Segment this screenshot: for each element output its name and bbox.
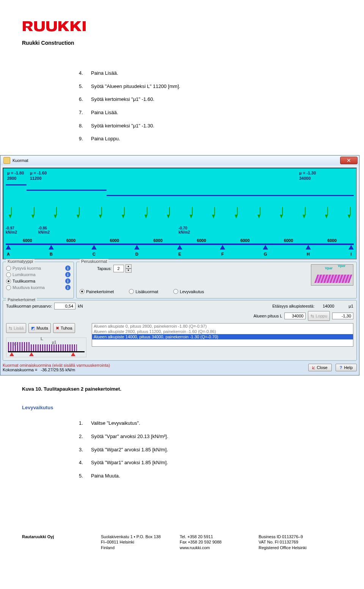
fieldset-painekertoimet: Painekertoimet Tuulikuorman perusarvo: 0… [3,300,357,361]
radio-muuttuva[interactable]: Muuttuva kuormai [6,285,71,290]
mu-value: 11200 [30,176,63,181]
close-button[interactable]: ✕ [340,157,358,164]
tuuli-unit: kN [78,304,83,308]
footer-line: Registered Office Helsinki [259,545,337,551]
support-letter: B [49,252,54,256]
tuhoa-button[interactable]: ✖Tuhoa [53,323,75,333]
region-listbox[interactable]: Alueen alkupiste 0, pituus 2800, paineke… [92,323,353,347]
fieldset-peruskuormat: Peruskuormat Tapaus: 2 ▲▼ Vpar [76,262,357,298]
step-num: 6. [79,95,91,104]
button-label: Tuhoa [61,326,72,330]
step-num: 1. [79,419,91,428]
step-num: 8. [79,121,91,131]
warning-text: Kuormat ominaiskuormina (eivät sisällä v… [3,363,110,368]
list-item[interactable]: Alueen alkupiste 0, pituus 2800, paineke… [92,324,353,329]
step-text: Paina Muuta. [91,471,120,481]
steps-block-1: 4.Paina Lisää. 5.Syötä "Alueen pituudeks… [79,69,337,144]
radio-label: Lisäkuormat [135,289,158,294]
info-icon[interactable]: i [65,265,71,271]
mu-value-input[interactable]: -1,30 [332,313,353,319]
company-name: Ruukki Construction [22,40,337,46]
list-item[interactable]: Alueen alkupiste 14000, pituus 34000, pa… [92,334,353,339]
span-value: 6000 [310,238,354,243]
footer-line: Business ID 0113276–9 [259,534,337,540]
step-text: Valitse "Levyvaikutus". [91,419,140,428]
span-value: 6000 [267,238,311,243]
vper-label: Vper [338,264,345,268]
kk-value: -36.27/29.55 kN/m [41,368,75,372]
logo [22,18,337,35]
diag-mu-label: μ1 [14,342,18,346]
radio-label: Tuulikuorma [13,279,35,283]
info-icon[interactable]: i [65,272,71,277]
support-letter: I [348,252,354,256]
step-text: Paina Lisää. [91,108,118,118]
steps-block-2: 1.Valitse "Levyvaikutus". 2.Syötä "Vpar"… [79,419,337,481]
step-text: Syötä kertoimeksi "μ1" -1.30. [91,121,154,131]
load-diagram: μ = -1.802800 μ = -1.6011200 μ = -1.3034… [3,168,357,259]
span-value: 6000 [93,238,136,243]
close-button-footer[interactable]: ⟀Close [308,364,332,371]
radio-levyvaikutus[interactable]: Levyvaikutus [173,289,204,294]
step-text: Syötä "Alueen pituudeksi L" 11200 [mm]. [91,82,180,91]
tapaus-spinner[interactable]: ▲▼ [126,264,132,273]
radio-painekertoimet[interactable]: Painekertoimet [80,289,114,294]
support-letter: F [220,252,225,256]
legend: Kuormatyyppi [6,259,35,264]
info-icon[interactable]: i [65,278,71,284]
lisaa-button[interactable]: ⇆Lisää [6,323,26,333]
alue-value-input[interactable]: 34000 [284,313,306,319]
radio-label: Lumikuorma [13,272,36,277]
radio-lumi[interactable]: Lumikuormai [6,272,71,277]
footer-line: FI–00811 Helsinki [101,539,180,545]
q-unit: kN/m2 [179,230,201,234]
window-icon [3,157,10,164]
tapaus-label: Tapaus: [97,266,112,271]
button-label: Close [317,365,328,370]
radio-pysyva[interactable]: Pysyvä kuormai [6,265,71,271]
mu-label: μ1 [349,304,353,308]
footer-line: Fax +358 20 592 9088 [180,539,259,545]
radio-label: Muuttuva kuorma [13,285,45,290]
legend: Painekertoimet [6,297,37,302]
support-letter: G [263,252,268,256]
radio-tuuli[interactable]: Tuulikuormai [6,278,71,284]
footer-company: Rautaruukki Oyj [22,534,54,539]
support-letter: A [6,252,11,256]
step-text: Syötä "Vpar" arvoksi 20.13 [kN/m²]. [91,432,168,441]
step-text: Syötä kertoimeksi "μ1" -1.60. [91,95,154,104]
loppu-button[interactable]: ⇆Loppu [308,311,330,321]
subheading-levyvaikutus: Levyvaikutus [22,405,337,410]
step-num: 5. [79,82,91,91]
step-text: Syötä "Wpar1" arvoksi 1.85 [kN/m]. [91,458,168,468]
footer-line: Tel. +358 20 5911 [180,534,259,540]
mu-label: μ = -1.30 [299,171,352,176]
info-icon[interactable]: i [65,285,71,290]
radio-label: Levyvaikutus [180,289,204,294]
radio-lisakuormat[interactable]: Lisäkuormat [129,289,158,294]
help-button[interactable]: ?Help [336,364,357,371]
muuta-button[interactable]: ◩Muuta [28,323,51,333]
tapaus-value[interactable]: 2 [113,265,124,272]
support-letter: D [134,252,140,256]
step-num: 2. [79,432,91,441]
span-value: 6000 [6,238,49,243]
step-num: 7. [79,108,91,118]
list-item[interactable]: Alueen alkupiste 2800, pituus 11200, pai… [92,329,353,334]
button-label: Muuta [36,326,48,330]
step-text: Paina Loppu. [91,134,120,144]
step-text: Syötä "Wpar2" arvoksi 1.85 [kN/m]. [91,445,168,455]
tuuli-value-input[interactable]: 0,54 [54,303,75,309]
q-value: -0.70 [179,226,201,230]
titlebar: Kuormat ✕ [0,155,359,165]
tuuli-label: Tuulikuorman perusarvo: [6,304,52,308]
step-num: 4. [79,458,91,468]
q-unit: kN/m2 [38,230,61,234]
support-letter: C [91,252,97,256]
step-num: 5. [79,471,91,481]
close-icon: ✕ [347,158,351,163]
support-letter: E [177,252,182,256]
span-value: 6000 [49,238,93,243]
etaisyys-label: Etäisyys alkupisteestä: [272,304,314,308]
span-value: 6000 [180,238,223,243]
